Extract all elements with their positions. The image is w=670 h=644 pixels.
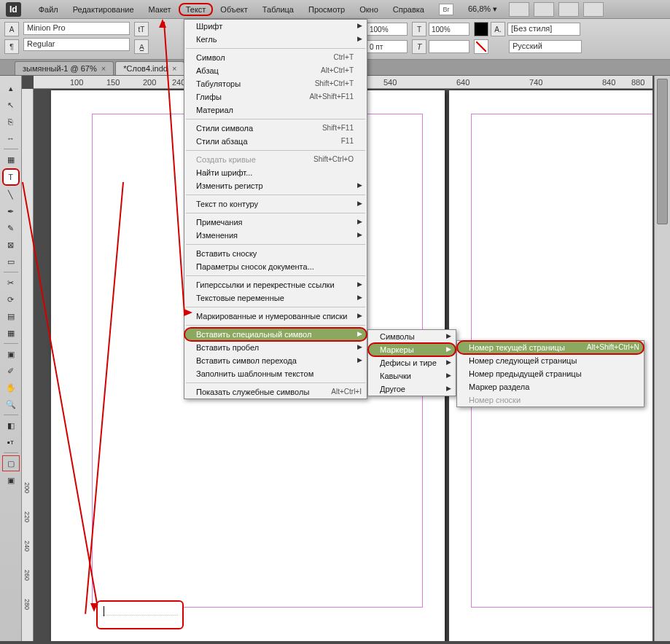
screen-mode-icon[interactable] (509, 2, 529, 17)
menu-change-case[interactable]: Изменить регистр▶ (184, 179, 367, 192)
arrowhead-icon (90, 603, 98, 612)
page-tool[interactable]: ⎘ (2, 114, 20, 130)
text-menu-dropdown: Шрифт▶ Кегль▶ СимволCtrl+T АбзацAlt+Ctrl… (184, 19, 367, 399)
stroke-icon[interactable] (474, 39, 488, 54)
screen-mode-tool[interactable]: ▢ (2, 455, 20, 471)
frame-tool[interactable]: ⊠ (2, 237, 20, 253)
line-tool[interactable]: ╲ (2, 186, 20, 203)
marker-next-page[interactable]: Номер следующей страницы (457, 354, 644, 367)
menu-object[interactable]: Объект (213, 3, 254, 16)
marker-section[interactable]: Маркер раздела (457, 380, 644, 393)
menu-text[interactable]: Текст (179, 3, 214, 16)
para-mode-icon[interactable]: ¶ (4, 39, 19, 54)
menu-insert-space[interactable]: Вставить пробел▶ (184, 341, 367, 354)
menu-insert-special-char[interactable]: Вставить специальный символ▶ (184, 328, 367, 341)
submenu-symbols[interactable]: Символы▶ (368, 330, 456, 343)
menu-text-variables[interactable]: Текстовые переменные▶ (184, 291, 367, 305)
menu-footnote-options[interactable]: Параметры сносок документа... (184, 260, 367, 273)
workspace-icon[interactable] (583, 2, 604, 17)
menu-track-changes[interactable]: Изменения▶ (184, 229, 367, 242)
pencil-tool[interactable]: ✎ (2, 220, 20, 236)
menu-hyperlinks[interactable]: Гиперссылки и перекрестные ссылки▶ (184, 278, 367, 291)
submenu-other[interactable]: Другое▶ (368, 382, 456, 396)
menu-layout[interactable]: Макет (141, 3, 179, 16)
gradient-tool[interactable]: ▤ (2, 308, 20, 324)
rectangle-tool[interactable]: ▭ (2, 254, 20, 270)
selection-tool[interactable]: ▴ (2, 80, 20, 96)
language-select[interactable]: Русский (509, 40, 582, 53)
menu-show-hidden[interactable]: Показать служебные символыAlt+Ctrl+I (184, 385, 367, 398)
markers-submenu: Номер текущей страницыAlt+Shift+Ctrl+N Н… (456, 340, 644, 407)
close-icon[interactable]: × (172, 64, 176, 73)
note-tool[interactable]: ▣ (2, 346, 20, 362)
menu-size[interactable]: Кегль▶ (184, 33, 367, 46)
preview-mode-tool[interactable]: ▣ (2, 472, 20, 488)
zoom-tool[interactable]: 🔍 (2, 396, 20, 412)
menu-glyphs[interactable]: ГлифыAlt+Shift+F11 (184, 90, 367, 103)
char-mode-icon[interactable]: A (4, 22, 19, 36)
gap-tool[interactable]: ↔ (2, 130, 20, 146)
font-family-select[interactable]: Minion Pro (23, 22, 130, 35)
arrange-icon[interactable] (534, 2, 554, 17)
menu-file[interactable]: Файл (31, 3, 66, 16)
marker-current-page[interactable]: Номер текущей страницыAlt+Shift+Ctrl+N (457, 341, 644, 354)
leading-icon: tT (134, 22, 149, 36)
hscale-input[interactable] (367, 23, 408, 36)
baseline-input[interactable] (367, 40, 408, 53)
pen-tool[interactable]: ✒ (2, 203, 20, 219)
text-frame[interactable] (96, 600, 184, 629)
menu-fill-placeholder[interactable]: Заполнить шаблонным текстом (184, 367, 367, 380)
menu-para-styles[interactable]: Стили абзацаF11 (184, 135, 367, 148)
menu-create-outlines: Создать кривыеShift+Ctrl+O (184, 153, 367, 166)
char-style-select[interactable]: [Без стиля] (507, 23, 580, 36)
menu-story[interactable]: Материал (184, 103, 367, 117)
scrollbar-thumb[interactable] (657, 79, 668, 224)
menu-edit[interactable]: Редактирование (66, 3, 141, 16)
swatch-tool[interactable]: ▦ (2, 325, 20, 341)
menu-insert-break[interactable]: Вставить символ перехода▶ (184, 354, 367, 367)
arrowhead-icon (159, 19, 166, 28)
hand-tool[interactable]: ✋ (2, 380, 20, 396)
toolbox: ▴ ↖ ⎘ ↔ ▦ T ╲ ✒ ✎ ⊠ ▭ ✂ ⟳ ▤ ▦ ▣ ✐ ✋ 🔍 ◧ … (0, 76, 22, 641)
menu-bulleted-lists[interactable]: Маркированные и нумерованные списки▶ (184, 310, 367, 323)
doc-tab-2[interactable]: *Слов4.indd× (115, 61, 184, 75)
marker-prev-page[interactable]: Номер предыдущей страницы (457, 367, 644, 380)
submenu-hyphens[interactable]: Дефисы и тире▶ (368, 356, 456, 369)
bridge-icon[interactable]: Br (439, 4, 453, 15)
view-options-icon[interactable] (558, 2, 579, 17)
zoom-level[interactable]: 66,8% ▾ (464, 3, 502, 15)
vscale-input[interactable] (429, 23, 470, 36)
menu-type-on-path[interactable]: Текст по контуру▶ (184, 197, 367, 211)
direct-selection-tool[interactable]: ↖ (2, 97, 20, 113)
doc-tab-1[interactable]: зымянный-1 @ 67%× (15, 61, 114, 75)
fill-icon[interactable] (474, 22, 488, 36)
content-tool[interactable]: ▦ (2, 152, 20, 168)
submenu-quotes[interactable]: Кавычки▶ (368, 369, 456, 382)
menu-view[interactable]: Просмотр (301, 3, 352, 16)
menu-find-font[interactable]: Найти шрифт... (184, 166, 367, 179)
apply-color-icon[interactable]: ▪T (2, 434, 20, 450)
menu-character[interactable]: СимволCtrl+T (184, 51, 367, 64)
menu-insert-footnote[interactable]: Вставить сноску (184, 247, 367, 260)
menu-tabs[interactable]: ТабуляторыShift+Ctrl+T (184, 77, 367, 90)
font-style-select[interactable]: Regular (23, 38, 130, 51)
scissors-tool[interactable]: ✂ (2, 275, 20, 291)
type-tool[interactable]: T (2, 168, 20, 186)
app-logo: Id (6, 2, 21, 17)
eyedropper-tool[interactable]: ✐ (2, 363, 20, 379)
submenu-markers[interactable]: Маркеры▶ (368, 343, 456, 356)
menu-window[interactable]: Окно (352, 3, 386, 16)
skew-input[interactable] (429, 40, 470, 53)
close-icon[interactable]: × (101, 64, 106, 73)
vertical-scrollbar[interactable] (654, 76, 670, 641)
fill-stroke-icon[interactable]: ◧ (2, 417, 20, 433)
menu-help[interactable]: Справка (386, 3, 432, 16)
menu-char-styles[interactable]: Стили символаShift+F11 (184, 122, 367, 135)
menu-notes[interactable]: Примечания▶ (184, 216, 367, 229)
menu-font[interactable]: Шрифт▶ (184, 20, 367, 33)
transform-tool[interactable]: ⟳ (2, 291, 20, 307)
arrowhead-icon (184, 309, 192, 316)
menu-table[interactable]: Таблица (255, 3, 301, 16)
skew-icon: T (412, 39, 426, 54)
menu-paragraph[interactable]: АбзацAlt+Ctrl+T (184, 64, 367, 77)
